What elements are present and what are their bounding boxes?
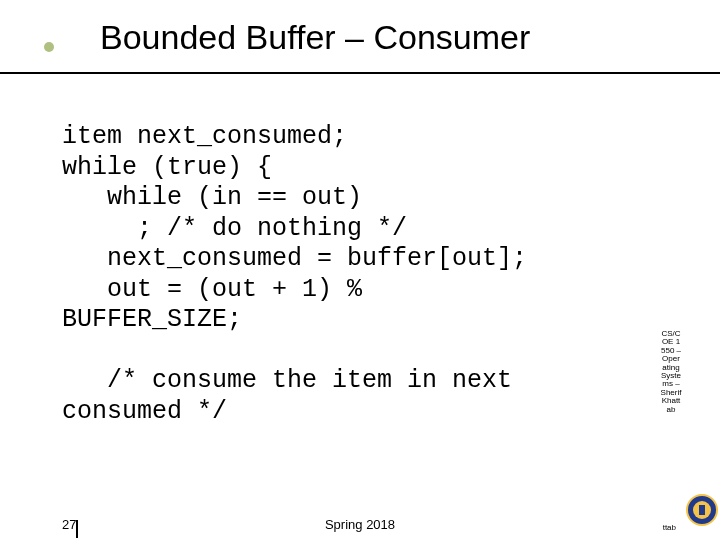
- slide-title: Bounded Buffer – Consumer: [100, 18, 530, 56]
- course-sidetext: CS/COE 1550 – Operating Systems – Sherif…: [660, 330, 682, 414]
- svg-rect-2: [699, 505, 705, 515]
- horizontal-rule: [0, 72, 720, 74]
- university-seal-icon: [686, 494, 718, 526]
- slide: Bounded Buffer – Consumer item next_cons…: [0, 0, 720, 540]
- term-label: Spring 2018: [325, 517, 395, 532]
- footer: 27 Spring 2018 ttab: [0, 508, 720, 532]
- footer-last: ttab: [663, 523, 676, 532]
- page-bar: [76, 520, 78, 538]
- page-number: 27: [62, 517, 76, 532]
- code-block: item next_consumed; while (true) { while…: [62, 122, 682, 427]
- title-wrap: Bounded Buffer – Consumer: [0, 18, 720, 57]
